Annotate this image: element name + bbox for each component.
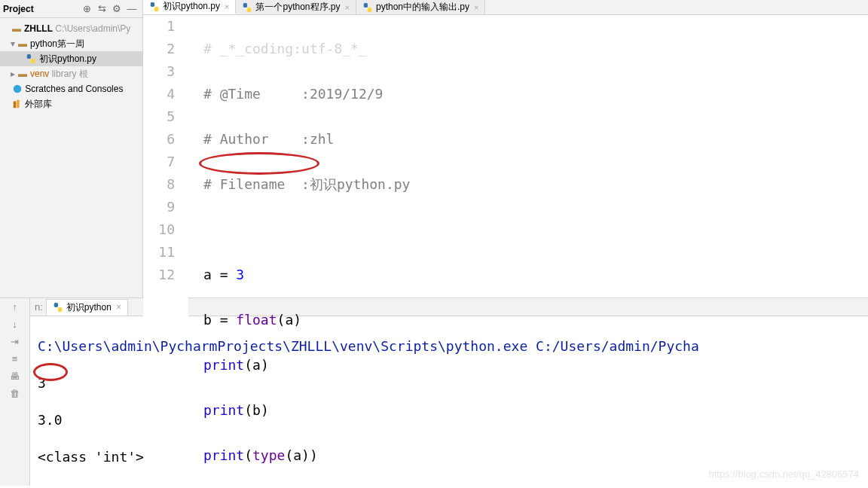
project-tree: ▬ ZHLLL C:\Users\admin\Py ▾ ▬ python第一周 …	[0, 18, 142, 297]
svg-rect-0	[27, 54, 31, 59]
gear-icon[interactable]: ⚙	[109, 2, 124, 17]
venv-suffix: library 根	[52, 68, 88, 81]
folder-label: python第一周	[30, 38, 84, 50]
close-icon[interactable]: ×	[474, 3, 478, 12]
tab-label: 初识python.py	[163, 0, 220, 13]
svg-rect-1	[31, 59, 35, 63]
project-root[interactable]: ▬ ZHLLL C:\Users\admin\Py	[0, 21, 142, 36]
tab-file-1[interactable]: 初识python.py ×	[143, 0, 236, 14]
tab-label: 第一个python程序.py	[255, 1, 340, 14]
external-label: 外部库	[25, 98, 52, 111]
python-file-icon	[53, 302, 63, 313]
close-icon[interactable]: ×	[345, 3, 350, 12]
scroll-icon[interactable]: ≡	[12, 353, 18, 364]
svg-rect-8	[247, 8, 251, 12]
scratches-row[interactable]: Scratches and Consoles	[0, 81, 142, 96]
svg-rect-10	[368, 8, 371, 12]
console-output[interactable]: C:\Users\admin\PycharmProjects\ZHLLL\ven…	[30, 316, 868, 486]
folder-icon: ▬	[18, 38, 27, 49]
run-tab-label: 初识python	[66, 301, 112, 314]
sidebar-title: Project	[3, 4, 34, 14]
folder-row[interactable]: ▾ ▬ python第一周	[0, 36, 142, 51]
editor: 初识python.py × 第一个python程序.py × python中的输…	[143, 0, 868, 297]
svg-rect-3	[14, 102, 17, 108]
run-toolbar: ↑ ↓ ⇥ ≡ 🖶 🗑	[0, 298, 30, 486]
svg-rect-4	[17, 100, 20, 108]
project-name: ZHLLL	[24, 23, 53, 34]
close-icon[interactable]: ×	[225, 2, 229, 11]
annotation-oval	[199, 152, 319, 175]
sidebar-header: Project ⊕ ⇆ ⚙ —	[0, 0, 142, 18]
folder-icon: ▬	[18, 69, 27, 79]
svg-rect-7	[243, 2, 247, 7]
project-path: C:\Users\admin\Py	[55, 23, 130, 34]
collapse-icon[interactable]: ⇆	[94, 2, 109, 17]
folder-icon: ▬	[12, 23, 21, 34]
stop-icon[interactable]: ↓	[12, 319, 17, 330]
svg-rect-9	[364, 2, 368, 7]
venv-row[interactable]: ▸ ▬ venv library 根	[0, 66, 142, 81]
rerun-icon[interactable]: ↑	[12, 301, 17, 313]
tab-file-3[interactable]: python中的输入输出.py ×	[356, 0, 485, 14]
svg-rect-12	[58, 307, 62, 312]
file-label: 初识python.py	[39, 53, 96, 66]
print-icon[interactable]: 🖶	[10, 371, 20, 382]
project-sidebar: Project ⊕ ⇆ ⚙ — ▬ ZHLLL C:\Users\admin\P…	[0, 0, 143, 297]
scratches-label: Scratches and Consoles	[25, 84, 123, 94]
wrap-icon[interactable]: ⇥	[11, 336, 19, 347]
trash-icon[interactable]: 🗑	[10, 388, 20, 399]
scratches-icon	[12, 84, 23, 94]
python-file-icon	[242, 2, 252, 13]
svg-rect-6	[154, 7, 158, 11]
target-icon[interactable]: ⊕	[79, 2, 94, 17]
run-panel: ↑ ↓ ⇥ ≡ 🖶 🗑 n: 初识python × C:\Users\admin…	[0, 297, 868, 486]
chevron-down-icon: ▾	[9, 38, 17, 49]
external-row[interactable]: 外部库	[0, 96, 142, 111]
tab-label: python中的输入输出.py	[376, 1, 469, 14]
hide-icon[interactable]: —	[124, 2, 139, 17]
svg-point-2	[14, 85, 22, 93]
close-icon[interactable]: ×	[116, 302, 121, 313]
chevron-right-icon: ▸	[9, 69, 17, 79]
run-tab[interactable]: 初识python ×	[46, 299, 128, 316]
python-file-icon	[149, 2, 160, 12]
watermark: https://blog.csdn.net/qq_42806574	[709, 468, 860, 480]
file-row[interactable]: 初识python.py	[0, 51, 142, 66]
python-file-icon	[26, 53, 36, 64]
library-icon	[12, 99, 23, 109]
svg-rect-5	[151, 2, 154, 6]
tab-file-2[interactable]: 第一个python程序.py ×	[236, 0, 356, 14]
python-file-icon	[362, 2, 373, 13]
run-label-prefix: n:	[35, 301, 43, 313]
venv-label: venv	[30, 69, 49, 79]
editor-tabs: 初识python.py × 第一个python程序.py × python中的输…	[143, 0, 868, 15]
svg-rect-11	[54, 303, 58, 307]
